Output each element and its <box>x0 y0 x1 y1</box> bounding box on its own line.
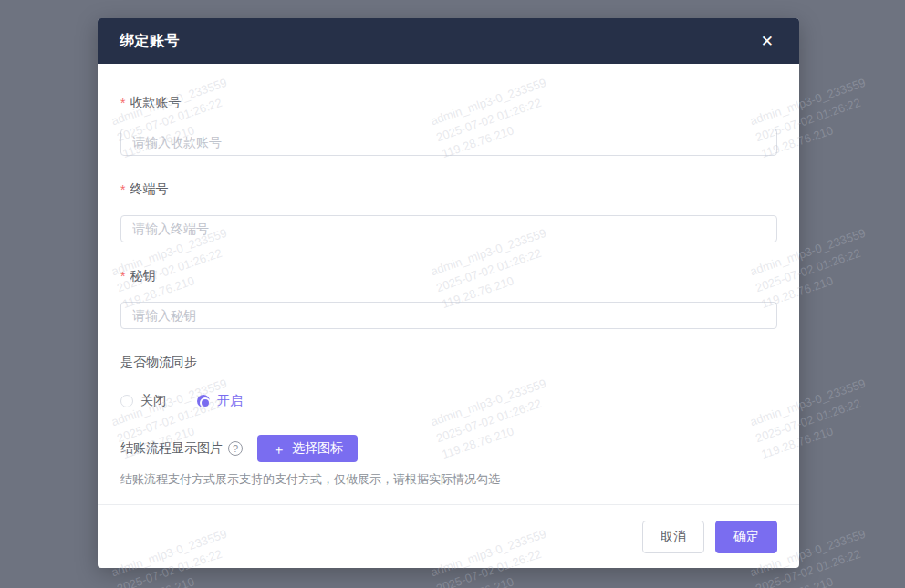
form-item-payee-account: * 收款账号 <box>120 95 777 156</box>
form-item-terminal: * 终端号 <box>120 181 777 242</box>
bind-account-dialog: 绑定账号 ✕ * 收款账号 * 终端号 * 秘钥 是否物流同步 <box>98 18 799 568</box>
radio-option-off[interactable]: 关闭 <box>120 393 166 409</box>
dialog-title: 绑定账号 <box>120 32 180 51</box>
required-asterisk: * <box>120 96 125 110</box>
secret-key-label: 秘钥 <box>130 268 155 284</box>
required-asterisk: * <box>120 182 125 197</box>
radio-off-label: 关闭 <box>140 393 166 409</box>
field-label: * 收款账号 <box>120 95 777 111</box>
checkout-image-helper-text: 结账流程支付方式展示支持的支付方式，仅做展示，请根据实际情况勾选 <box>120 471 777 488</box>
pick-icon-button[interactable]: ＋ 选择图标 <box>257 435 358 462</box>
logistics-sync-radio-group: 关闭 开启 <box>120 393 777 409</box>
payee-account-label: 收款账号 <box>130 95 181 111</box>
confirm-button[interactable]: 确定 <box>715 521 777 553</box>
pick-icon-button-label: 选择图标 <box>292 440 343 457</box>
field-label: * 终端号 <box>120 181 777 198</box>
radio-option-on[interactable]: 开启 <box>197 393 243 409</box>
form-item-secret-key: * 秘钥 <box>120 268 777 329</box>
question-mark-icon[interactable]: ? <box>228 441 243 456</box>
dialog-body: * 收款账号 * 终端号 * 秘钥 是否物流同步 关闭 <box>98 64 799 504</box>
radio-icon <box>120 395 133 407</box>
dialog-footer: 取消 确定 <box>98 504 799 568</box>
close-icon[interactable]: ✕ <box>757 30 777 53</box>
terminal-input[interactable] <box>120 215 777 242</box>
cancel-button[interactable]: 取消 <box>642 521 704 553</box>
form-item-logistics-sync: 是否物流同步 关闭 开启 <box>120 355 777 409</box>
required-asterisk: * <box>120 269 125 284</box>
payee-account-input[interactable] <box>120 129 777 156</box>
dialog-header: 绑定账号 ✕ <box>98 18 799 64</box>
secret-key-input[interactable] <box>120 302 777 329</box>
terminal-label: 终端号 <box>130 181 168 198</box>
plus-icon: ＋ <box>272 442 286 456</box>
field-label: * 秘钥 <box>120 268 777 284</box>
checkout-image-label: 结账流程显示图片 <box>120 440 223 457</box>
radio-icon <box>197 395 210 407</box>
logistics-sync-label: 是否物流同步 <box>120 355 777 371</box>
checkout-image-row: 结账流程显示图片 ? ＋ 选择图标 <box>120 435 777 462</box>
radio-on-label: 开启 <box>217 393 243 409</box>
